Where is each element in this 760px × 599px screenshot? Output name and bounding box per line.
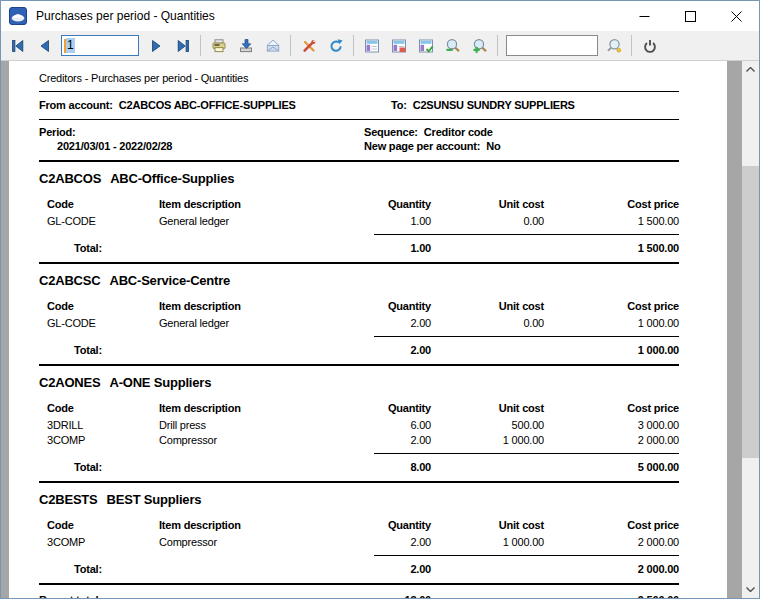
item-description: Compressor — [159, 536, 304, 548]
period-label: Period: — [39, 125, 364, 139]
item-description: General ledger — [159, 215, 304, 227]
table-header-row: CodeItem descriptionQuantityUnit costCos… — [39, 400, 679, 417]
section-total-row: Total:8.005 000.00 — [39, 454, 679, 481]
account-heading: C2BESTSBEST Suppliers — [39, 483, 679, 517]
title-bar: Purchases per period - Quantities — [1, 1, 759, 31]
item-quantity: 6.00 — [304, 419, 431, 431]
account-section: C2ABCOSABC-Office-SuppliesCodeItem descr… — [39, 162, 679, 264]
item-description: Compressor — [159, 434, 304, 446]
refresh-icon — [328, 38, 344, 54]
export-icon — [238, 38, 254, 54]
zoom-in-icon — [472, 38, 488, 54]
report-layout-button[interactable] — [358, 33, 385, 58]
column-header: Code — [39, 300, 159, 312]
previous-page-button[interactable] — [31, 33, 58, 58]
report-layout-delete-button[interactable] — [385, 33, 412, 58]
item-unit-cost: 500.00 — [431, 419, 544, 431]
scroll-down-button[interactable] — [742, 581, 759, 598]
scrollbar-track[interactable] — [742, 78, 759, 581]
export-button[interactable] — [232, 33, 259, 58]
report-options-row: Period: 2021/03/01 - 2022/02/28 Sequence… — [39, 120, 679, 160]
item-unit-cost: 1 000.00 — [431, 536, 544, 548]
zoom-out-button[interactable] — [439, 33, 466, 58]
item-code: GL-CODE — [39, 317, 159, 329]
settings-icon — [301, 38, 317, 54]
chevron-up-icon — [746, 67, 755, 72]
report-total-row: Report total: 13.00 9 500.00 — [39, 585, 679, 598]
column-header: Item description — [159, 402, 304, 414]
next-page-button[interactable] — [142, 33, 169, 58]
item-cost-price: 1 000.00 — [544, 317, 679, 329]
total-label: Total: — [39, 242, 159, 254]
account-code: C2BESTS — [39, 492, 98, 507]
zoom-in-button[interactable] — [466, 33, 493, 58]
search-input[interactable] — [506, 35, 598, 56]
account-heading: C2AONESA-ONE Suppliers — [39, 366, 679, 400]
column-header: Unit cost — [431, 300, 544, 312]
column-header: Code — [39, 519, 159, 531]
app-icon — [9, 7, 27, 25]
column-header: Item description — [159, 519, 304, 531]
column-header: Cost price — [544, 519, 679, 531]
first-page-icon — [10, 38, 26, 54]
total-label: Total: — [39, 461, 159, 473]
account-section: C2AONESA-ONE SuppliersCodeItem descripti… — [39, 366, 679, 483]
minimize-icon — [639, 11, 650, 22]
total-cost-price: 1 500.00 — [544, 242, 679, 254]
total-quantity: 2.00 — [304, 344, 431, 356]
item-description: General ledger — [159, 317, 304, 329]
next-page-icon — [148, 38, 164, 54]
print-button[interactable] — [205, 33, 232, 58]
refresh-button[interactable] — [322, 33, 349, 58]
report-layout-accept-button[interactable] — [412, 33, 439, 58]
report-layout-delete-icon — [391, 38, 407, 54]
item-quantity: 1.00 — [304, 215, 431, 227]
toolbar-separator — [497, 35, 498, 56]
close-button[interactable] — [713, 1, 759, 31]
item-unit-cost: 0.00 — [431, 317, 544, 329]
last-page-button[interactable] — [169, 33, 196, 58]
table-header-row: CodeItem descriptionQuantityUnit costCos… — [39, 298, 679, 315]
scroll-up-button[interactable] — [742, 61, 759, 78]
account-name: A-ONE Suppliers — [109, 375, 211, 390]
report-title: Creditors - Purchases per period - Quant… — [39, 67, 679, 91]
previous-page-icon — [37, 38, 53, 54]
item-row: 3DRILLDrill press6.00500.003 000.00 — [39, 417, 679, 432]
window-title: Purchases per period - Quantities — [36, 9, 215, 23]
column-header: Cost price — [544, 402, 679, 414]
search-icon — [606, 38, 622, 54]
settings-button[interactable] — [295, 33, 322, 58]
new-page-value: No — [486, 140, 500, 152]
item-code: 3DRILL — [39, 419, 159, 431]
report-layout-accept-icon — [418, 38, 434, 54]
column-header: Unit cost — [431, 402, 544, 414]
column-header: Cost price — [544, 300, 679, 312]
table-header-row: CodeItem descriptionQuantityUnit costCos… — [39, 196, 679, 213]
report-page: Creditors - Purchases per period - Quant… — [9, 61, 727, 598]
account-heading: C2ABCOSABC-Office-Supplies — [39, 162, 679, 196]
exit-button[interactable] — [636, 33, 663, 58]
to-account-label: To: — [391, 99, 407, 111]
scrollbar-thumb[interactable] — [742, 166, 759, 458]
total-label: Total: — [39, 563, 159, 575]
item-quantity: 2.00 — [304, 434, 431, 446]
column-header: Unit cost — [431, 198, 544, 210]
item-code: 3COMP — [39, 434, 159, 446]
vertical-scrollbar[interactable] — [742, 61, 759, 598]
page-number-input[interactable]: 1 — [61, 35, 139, 56]
first-page-button[interactable] — [4, 33, 31, 58]
search-button[interactable] — [600, 33, 627, 58]
zoom-out-icon — [445, 38, 461, 54]
viewer-background — [727, 61, 742, 598]
item-code: 3COMP — [39, 536, 159, 548]
minimize-button[interactable] — [621, 1, 667, 31]
column-header: Quantity — [304, 300, 431, 312]
period-value: 2021/03/01 - 2022/02/28 — [39, 139, 364, 153]
column-header: Code — [39, 402, 159, 414]
email-button[interactable] — [259, 33, 286, 58]
account-code: C2AONES — [39, 375, 100, 390]
column-header: Quantity — [304, 519, 431, 531]
column-header: Item description — [159, 198, 304, 210]
sequence-value: Creditor code — [424, 126, 493, 138]
maximize-button[interactable] — [667, 1, 713, 31]
